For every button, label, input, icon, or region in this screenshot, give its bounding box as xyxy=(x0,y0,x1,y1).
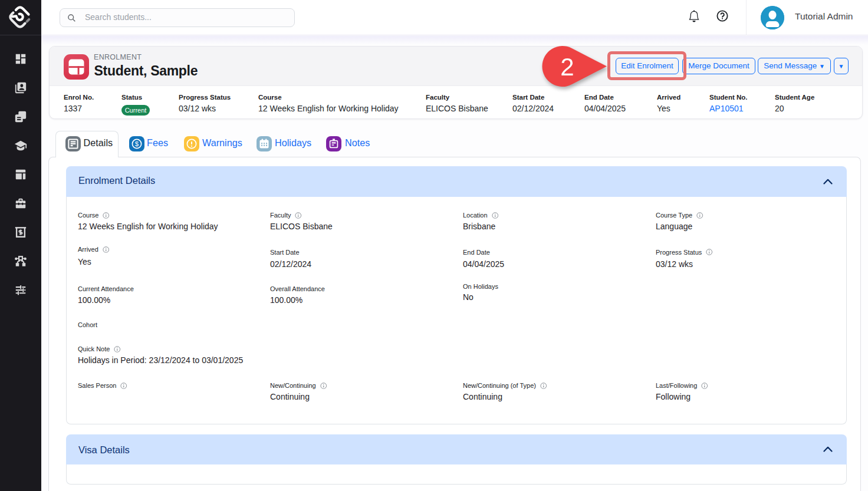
svg-text:$: $ xyxy=(135,140,139,147)
svg-text:2: 2 xyxy=(560,53,574,81)
